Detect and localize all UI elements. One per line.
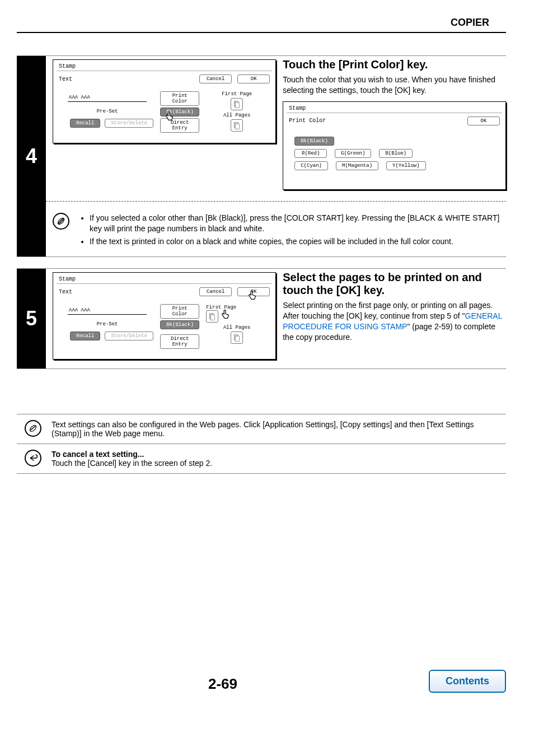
touch-cursor-icon <box>246 290 259 302</box>
bk-black-button[interactable]: Bk(Black) <box>160 320 199 329</box>
ui-title: Stamp <box>57 62 272 71</box>
header-title: COPIER <box>17 17 506 29</box>
first-page-label: First Page <box>222 91 252 97</box>
step4-paragraph: Touch the color that you wish to use. Wh… <box>283 74 506 96</box>
svg-rect-6 <box>211 315 215 320</box>
touch-cursor-icon <box>163 110 176 123</box>
store-delete-button[interactable]: Store/Delete <box>105 119 153 128</box>
preset-label: Pre-Set <box>61 109 153 114</box>
text-entry: AAA AAA <box>68 94 147 102</box>
all-pages-label: All Pages <box>223 113 251 118</box>
ui-subtitle: Text <box>59 289 72 295</box>
svg-rect-1 <box>236 102 240 108</box>
screen-step4-left: Stamp Text Cancel OK AAA AAA Pre-Set <box>53 59 276 143</box>
screen-step5: Stamp Text Cancel OK <box>53 272 276 360</box>
all-pages-thumb[interactable] <box>231 332 243 344</box>
color-b-button[interactable]: B(Blue) <box>379 149 413 158</box>
ui-subtitle: Print Color <box>289 118 326 124</box>
color-c-button[interactable]: C(Cyan) <box>294 161 328 170</box>
ok-button[interactable]: OK <box>467 116 500 125</box>
back-arrow-icon <box>25 450 41 466</box>
cancel-note-body: Touch the [Cancel] key in the screen of … <box>51 459 212 468</box>
print-color-button[interactable]: Print Color <box>160 91 199 106</box>
note-text: To cancel a text setting... Touch the [C… <box>51 450 212 468</box>
ui-subtitle: Text <box>59 76 72 82</box>
note-text: Text settings can also be configured in … <box>51 420 498 438</box>
step4-notes: If you selected a color other than [Bk (… <box>79 213 500 249</box>
print-color-button[interactable]: Print Color <box>160 304 199 319</box>
note-icon <box>25 420 41 437</box>
page-number: 2-69 <box>208 675 237 692</box>
step4-heading: Touch the [Print Color] key. <box>283 58 506 71</box>
store-delete-button[interactable]: Store/Delete <box>105 332 153 340</box>
svg-point-4 <box>57 217 65 225</box>
step5-paragraph: Select printing on the first page only, … <box>283 300 506 343</box>
dashed-separator <box>46 201 506 202</box>
pages-icon <box>233 122 241 129</box>
direct-entry-button[interactable]: Direct Entry <box>160 334 199 349</box>
svg-rect-3 <box>236 124 240 129</box>
text-entry: AAA AAA <box>68 306 147 315</box>
step-number-4: 4 <box>17 56 46 256</box>
first-page-thumb[interactable] <box>206 310 218 323</box>
color-bk-button[interactable]: Bk(Black) <box>294 137 334 146</box>
note-item: If you selected a color other than [Bk (… <box>90 213 500 234</box>
recall-button[interactable]: Recall <box>70 119 100 128</box>
first-page-thumb[interactable] <box>231 98 243 110</box>
contents-button[interactable]: Contents <box>429 670 506 693</box>
cancel-note: To cancel a text setting... Touch the [C… <box>17 444 506 474</box>
color-y-button[interactable]: Y(Yellow) <box>386 161 426 170</box>
page-icon <box>208 312 216 320</box>
note-item: If the text is printed in color on a bla… <box>90 236 500 247</box>
ui-title: Stamp <box>57 275 272 284</box>
color-r-button[interactable]: R(Red) <box>294 149 327 158</box>
step-number-5: 5 <box>17 269 46 368</box>
all-pages-thumb[interactable] <box>231 119 243 132</box>
cancel-button[interactable]: Cancel <box>199 74 232 83</box>
step5-heading: Select the pages to be printed on and to… <box>283 271 506 297</box>
touch-cursor-icon <box>219 309 232 321</box>
color-m-button[interactable]: M(Magenta) <box>336 161 378 170</box>
note-icon <box>53 213 69 230</box>
ok-button[interactable]: OK <box>237 74 270 83</box>
para-prefix: Select printing on the first page only, … <box>283 301 493 320</box>
cancel-button[interactable]: Cancel <box>199 287 232 296</box>
header-divider <box>17 32 506 33</box>
web-settings-note: Text settings can also be configured in … <box>17 414 506 444</box>
svg-rect-8 <box>236 337 240 342</box>
ui-title: Stamp <box>287 104 502 113</box>
color-g-button[interactable]: G(Green) <box>335 149 371 158</box>
cancel-note-title: To cancel a text setting... <box>51 450 144 459</box>
recall-button[interactable]: Recall <box>70 332 100 340</box>
screen-step4-right: Stamp Print Color OK Bk(Black) R(Red) G( <box>283 101 506 190</box>
all-pages-label: All Pages <box>223 325 251 330</box>
step-4: 4 Stamp Text Cancel OK <box>17 55 506 257</box>
page-icon <box>233 100 241 108</box>
pages-icon <box>233 334 241 342</box>
step-5: 5 Stamp Text Cancel OK <box>17 268 506 369</box>
preset-label: Pre-Set <box>61 321 153 327</box>
